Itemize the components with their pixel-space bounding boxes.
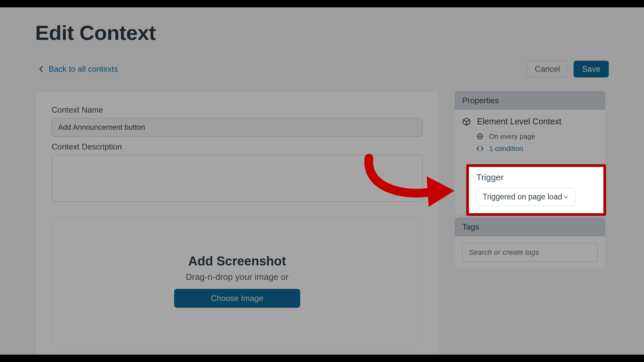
scope-row: On every page bbox=[476, 132, 598, 140]
context-name-input[interactable] bbox=[52, 118, 423, 137]
top-actions: Cancel Save bbox=[527, 61, 609, 77]
trigger-select[interactable]: Triggered on page load bbox=[476, 188, 575, 206]
top-toolbar: Back to all contexts Cancel Save bbox=[35, 61, 609, 77]
annotation-arrow-icon bbox=[356, 152, 456, 219]
tags-body bbox=[455, 236, 605, 269]
cube-icon bbox=[462, 117, 471, 126]
chevron-down-icon bbox=[563, 194, 569, 200]
context-type-row: Element Level Context bbox=[462, 117, 598, 126]
tags-panel: Tags bbox=[454, 217, 605, 269]
screenshot-dropzone[interactable]: Add Screenshot Drag-n-drop your image or… bbox=[52, 217, 423, 345]
back-link-label: Back to all contexts bbox=[49, 64, 118, 74]
conditions-link[interactable]: 1 condition bbox=[476, 144, 598, 153]
tags-input[interactable] bbox=[462, 243, 598, 262]
letterbox-top bbox=[0, 0, 644, 7]
cancel-button[interactable]: Cancel bbox=[527, 61, 569, 77]
screenshot-title: Add Screenshot bbox=[188, 254, 286, 268]
save-button[interactable]: Save bbox=[574, 61, 609, 77]
conditions-label: 1 condition bbox=[489, 144, 523, 153]
svg-marker-3 bbox=[427, 176, 454, 207]
trigger-label: Trigger bbox=[476, 172, 596, 183]
context-name-label: Context Name bbox=[52, 105, 423, 115]
letterbox-bottom bbox=[0, 355, 644, 362]
trigger-callout: Trigger Triggered on page load bbox=[466, 164, 606, 216]
trigger-value: Triggered on page load bbox=[483, 192, 562, 201]
code-icon bbox=[476, 145, 484, 152]
back-link[interactable]: Back to all contexts bbox=[35, 62, 121, 76]
scope-label: On every page bbox=[489, 132, 535, 140]
content-row: Context Name Context Description Add Scr… bbox=[35, 91, 609, 359]
chevron-left-icon bbox=[39, 65, 44, 73]
properties-header: Properties bbox=[455, 91, 605, 110]
screenshot-subtitle: Drag-n-drop your image or bbox=[186, 272, 288, 282]
page-title: Edit Context bbox=[35, 21, 609, 45]
tags-header: Tags bbox=[455, 218, 605, 236]
choose-image-button[interactable]: Choose Image bbox=[174, 289, 300, 308]
context-description-label: Context Description bbox=[52, 142, 423, 152]
globe-icon bbox=[476, 133, 484, 140]
context-type-label: Element Level Context bbox=[477, 117, 561, 126]
main-card: Context Name Context Description Add Scr… bbox=[35, 91, 439, 359]
